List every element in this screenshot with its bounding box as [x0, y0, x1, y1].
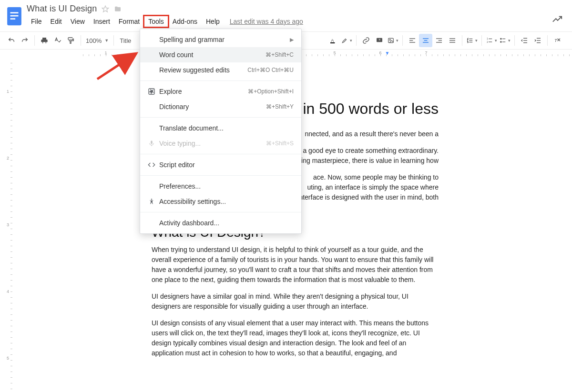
svg-rect-2 — [10, 15, 19, 17]
document-title[interactable]: What is UI Design — [27, 4, 97, 14]
vertical-ruler[interactable]: 12345 — [0, 58, 18, 388]
menu-item-label: Dictionary — [157, 103, 266, 111]
menu-tools[interactable]: Tools — [144, 16, 168, 27]
menu-item-shortcut: Ctrl+⌘O Ctrl+⌘U — [247, 67, 294, 73]
menu-insert[interactable]: Insert — [89, 16, 114, 27]
undo-button[interactable] — [5, 34, 18, 47]
svg-rect-45 — [151, 141, 153, 144]
svg-point-32 — [500, 41, 501, 42]
align-right-button[interactable] — [432, 34, 446, 47]
tools-menu-item[interactable]: Spelling and grammar▶ — [140, 32, 301, 47]
paint-format-button[interactable] — [64, 34, 78, 47]
menu-item-label: Translate document... — [157, 124, 294, 132]
menu-edit[interactable]: Edit — [46, 16, 66, 27]
svg-rect-1 — [10, 12, 19, 14]
explore-icon — [146, 88, 157, 95]
menu-item-label: Activity dashboard... — [157, 219, 294, 227]
menu-item-label: Explore — [157, 88, 248, 95]
tools-menu-item: Voice typing...⌘+Shift+S — [140, 136, 301, 151]
spellcheck-button[interactable] — [51, 34, 64, 47]
insert-comment-button[interactable]: + — [373, 34, 386, 47]
app-header: What is UI Design File Edit View Insert … — [0, 0, 572, 29]
tools-menu-item[interactable]: Review suggested editsCtrl+⌘O Ctrl+⌘U — [140, 62, 301, 78]
menu-item-label: Word count — [157, 51, 266, 59]
tools-dropdown-menu: Spelling and grammar▶Word count⌘+Shift+C… — [140, 29, 302, 234]
doc-paragraph[interactable]: When trying to understand UI design, it … — [152, 245, 439, 285]
align-justify-button[interactable] — [446, 34, 459, 47]
svg-text:1: 1 — [487, 38, 488, 40]
menu-format[interactable]: Format — [114, 16, 144, 27]
menu-file[interactable]: File — [27, 16, 46, 27]
tools-menu-item[interactable]: Script editor — [140, 157, 301, 172]
align-center-button[interactable] — [419, 34, 432, 47]
svg-point-31 — [500, 38, 501, 39]
doc-paragraph[interactable]: UI design consists of any visual element… — [152, 318, 439, 358]
doc-paragraph[interactable]: UI designers have a similar goal in mind… — [152, 291, 439, 312]
menu-item-label: Preferences... — [157, 182, 294, 190]
menu-help[interactable]: Help — [202, 16, 224, 27]
tools-menu-item[interactable]: Word count⌘+Shift+C — [140, 47, 301, 62]
svg-text:A: A — [331, 38, 335, 43]
line-spacing-button[interactable] — [465, 34, 479, 47]
menu-item-shortcut: ⌘+Shift+Y — [266, 103, 294, 110]
svg-rect-6 — [330, 42, 335, 43]
menu-item-shortcut: ⌘+Option+Shift+I — [248, 88, 294, 95]
accessibility-icon — [146, 198, 157, 205]
svg-text:+: + — [378, 38, 381, 42]
activity-trend-icon[interactable] — [552, 14, 562, 27]
svg-text:2: 2 — [487, 41, 488, 43]
menu-item-label: Accessibility settings... — [157, 198, 294, 205]
tools-menu-item[interactable]: Accessibility settings... — [140, 194, 301, 209]
menu-item-shortcut: ⌘+Shift+C — [266, 51, 294, 58]
menu-addons[interactable]: Add-ons — [168, 16, 202, 27]
svg-marker-4 — [102, 6, 109, 12]
svg-text:T: T — [554, 38, 558, 43]
svg-point-46 — [151, 199, 152, 200]
menu-item-label: Spelling and grammar — [157, 36, 290, 43]
tools-menu-item[interactable]: Translate document... — [140, 121, 301, 136]
last-edit-link[interactable]: Last edit was 4 days ago — [230, 18, 303, 25]
svg-point-10 — [389, 40, 390, 40]
highlight-color-button[interactable] — [340, 34, 353, 47]
insert-image-button[interactable] — [386, 34, 399, 47]
numbered-list-button[interactable]: 12 — [485, 34, 498, 47]
insert-link-button[interactable] — [359, 34, 373, 47]
tools-menu-item[interactable]: Preferences... — [140, 179, 301, 194]
tools-menu-item[interactable]: Dictionary⌘+Shift+Y — [140, 99, 301, 114]
menu-view[interactable]: View — [66, 16, 89, 27]
print-button[interactable] — [38, 34, 51, 47]
menu-item-label: Review suggested edits — [157, 66, 247, 74]
menu-item-label: Voice typing... — [157, 140, 266, 147]
clear-formatting-button[interactable]: T — [551, 34, 564, 47]
submenu-arrow-icon: ▶ — [290, 37, 294, 43]
move-folder-icon[interactable] — [114, 5, 122, 13]
redo-button[interactable] — [18, 34, 31, 47]
zoom-select[interactable]: 100%▼ — [84, 37, 111, 44]
align-left-button[interactable] — [406, 34, 419, 47]
docs-logo-icon[interactable] — [5, 4, 24, 29]
tools-menu-item[interactable]: Activity dashboard... — [140, 215, 301, 231]
svg-rect-9 — [388, 38, 393, 42]
bulleted-list-button[interactable] — [498, 34, 511, 47]
menu-bar: File Edit View Insert Format Tools Add-o… — [27, 16, 567, 27]
increase-indent-button[interactable] — [531, 34, 544, 47]
svg-rect-3 — [10, 18, 16, 20]
menu-item-label: Script editor — [157, 161, 294, 169]
mic-icon — [146, 140, 157, 147]
text-color-button[interactable]: A — [327, 34, 340, 47]
tools-menu-item[interactable]: Explore⌘+Option+Shift+I — [140, 84, 301, 99]
menu-item-shortcut: ⌘+Shift+S — [266, 140, 294, 147]
star-icon[interactable] — [102, 5, 109, 13]
decrease-indent-button[interactable] — [518, 34, 531, 47]
code-icon — [146, 161, 157, 169]
